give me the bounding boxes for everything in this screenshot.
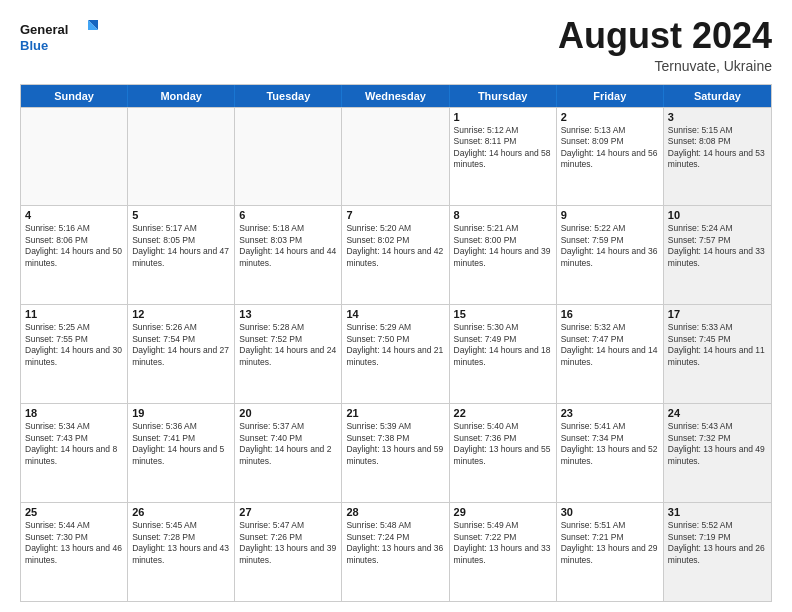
calendar-header: Sunday Monday Tuesday Wednesday Thursday… [21, 85, 771, 107]
cal-cell-4-3: 28 Sunrise: 5:48 AM Sunset: 7:24 PM Dayl… [342, 503, 449, 601]
day-number: 17 [668, 308, 767, 320]
cal-row-1: 4 Sunrise: 5:16 AM Sunset: 8:06 PM Dayli… [21, 205, 771, 304]
cell-info: Sunrise: 5:29 AM Sunset: 7:50 PM Dayligh… [346, 322, 444, 368]
cal-row-0: 1 Sunrise: 5:12 AM Sunset: 8:11 PM Dayli… [21, 107, 771, 206]
cal-cell-2-2: 13 Sunrise: 5:28 AM Sunset: 7:52 PM Dayl… [235, 305, 342, 403]
title-block: August 2024 Ternuvate, Ukraine [558, 16, 772, 74]
cell-info: Sunrise: 5:20 AM Sunset: 8:02 PM Dayligh… [346, 223, 444, 269]
cal-cell-1-2: 6 Sunrise: 5:18 AM Sunset: 8:03 PM Dayli… [235, 206, 342, 304]
day-number: 26 [132, 506, 230, 518]
day-number: 18 [25, 407, 123, 419]
header: General Blue August 2024 Ternuvate, Ukra… [20, 16, 772, 74]
day-number: 28 [346, 506, 444, 518]
cell-info: Sunrise: 5:51 AM Sunset: 7:21 PM Dayligh… [561, 520, 659, 566]
cal-cell-0-5: 2 Sunrise: 5:13 AM Sunset: 8:09 PM Dayli… [557, 108, 664, 206]
cell-info: Sunrise: 5:34 AM Sunset: 7:43 PM Dayligh… [25, 421, 123, 467]
cal-cell-3-6: 24 Sunrise: 5:43 AM Sunset: 7:32 PM Dayl… [664, 404, 771, 502]
cal-cell-1-6: 10 Sunrise: 5:24 AM Sunset: 7:57 PM Dayl… [664, 206, 771, 304]
day-number: 8 [454, 209, 552, 221]
header-wednesday: Wednesday [342, 85, 449, 107]
cal-cell-3-3: 21 Sunrise: 5:39 AM Sunset: 7:38 PM Dayl… [342, 404, 449, 502]
day-number: 15 [454, 308, 552, 320]
cal-cell-2-0: 11 Sunrise: 5:25 AM Sunset: 7:55 PM Dayl… [21, 305, 128, 403]
day-number: 22 [454, 407, 552, 419]
day-number: 3 [668, 111, 767, 123]
cal-cell-3-1: 19 Sunrise: 5:36 AM Sunset: 7:41 PM Dayl… [128, 404, 235, 502]
cell-info: Sunrise: 5:26 AM Sunset: 7:54 PM Dayligh… [132, 322, 230, 368]
cal-cell-0-6: 3 Sunrise: 5:15 AM Sunset: 8:08 PM Dayli… [664, 108, 771, 206]
day-number: 20 [239, 407, 337, 419]
header-sunday: Sunday [21, 85, 128, 107]
cell-info: Sunrise: 5:13 AM Sunset: 8:09 PM Dayligh… [561, 125, 659, 171]
cal-cell-0-0 [21, 108, 128, 206]
cell-info: Sunrise: 5:25 AM Sunset: 7:55 PM Dayligh… [25, 322, 123, 368]
cal-cell-2-3: 14 Sunrise: 5:29 AM Sunset: 7:50 PM Dayl… [342, 305, 449, 403]
cell-info: Sunrise: 5:45 AM Sunset: 7:28 PM Dayligh… [132, 520, 230, 566]
main-title: August 2024 [558, 16, 772, 56]
cal-cell-4-2: 27 Sunrise: 5:47 AM Sunset: 7:26 PM Dayl… [235, 503, 342, 601]
cal-cell-4-4: 29 Sunrise: 5:49 AM Sunset: 7:22 PM Dayl… [450, 503, 557, 601]
cal-row-2: 11 Sunrise: 5:25 AM Sunset: 7:55 PM Dayl… [21, 304, 771, 403]
day-number: 6 [239, 209, 337, 221]
cal-cell-4-6: 31 Sunrise: 5:52 AM Sunset: 7:19 PM Dayl… [664, 503, 771, 601]
day-number: 1 [454, 111, 552, 123]
day-number: 16 [561, 308, 659, 320]
cal-cell-0-4: 1 Sunrise: 5:12 AM Sunset: 8:11 PM Dayli… [450, 108, 557, 206]
cell-info: Sunrise: 5:17 AM Sunset: 8:05 PM Dayligh… [132, 223, 230, 269]
cell-info: Sunrise: 5:18 AM Sunset: 8:03 PM Dayligh… [239, 223, 337, 269]
header-saturday: Saturday [664, 85, 771, 107]
cell-info: Sunrise: 5:41 AM Sunset: 7:34 PM Dayligh… [561, 421, 659, 467]
calendar: Sunday Monday Tuesday Wednesday Thursday… [20, 84, 772, 602]
cell-info: Sunrise: 5:44 AM Sunset: 7:30 PM Dayligh… [25, 520, 123, 566]
cell-info: Sunrise: 5:12 AM Sunset: 8:11 PM Dayligh… [454, 125, 552, 171]
day-number: 9 [561, 209, 659, 221]
cell-info: Sunrise: 5:33 AM Sunset: 7:45 PM Dayligh… [668, 322, 767, 368]
cal-cell-2-4: 15 Sunrise: 5:30 AM Sunset: 7:49 PM Dayl… [450, 305, 557, 403]
cell-info: Sunrise: 5:24 AM Sunset: 7:57 PM Dayligh… [668, 223, 767, 269]
day-number: 30 [561, 506, 659, 518]
day-number: 4 [25, 209, 123, 221]
cal-cell-3-0: 18 Sunrise: 5:34 AM Sunset: 7:43 PM Dayl… [21, 404, 128, 502]
day-number: 2 [561, 111, 659, 123]
cell-info: Sunrise: 5:28 AM Sunset: 7:52 PM Dayligh… [239, 322, 337, 368]
logo: General Blue [20, 16, 100, 56]
cell-info: Sunrise: 5:52 AM Sunset: 7:19 PM Dayligh… [668, 520, 767, 566]
cal-cell-2-6: 17 Sunrise: 5:33 AM Sunset: 7:45 PM Dayl… [664, 305, 771, 403]
cal-cell-1-4: 8 Sunrise: 5:21 AM Sunset: 8:00 PM Dayli… [450, 206, 557, 304]
cell-info: Sunrise: 5:36 AM Sunset: 7:41 PM Dayligh… [132, 421, 230, 467]
cal-cell-0-3 [342, 108, 449, 206]
cell-info: Sunrise: 5:49 AM Sunset: 7:22 PM Dayligh… [454, 520, 552, 566]
cell-info: Sunrise: 5:32 AM Sunset: 7:47 PM Dayligh… [561, 322, 659, 368]
svg-text:Blue: Blue [20, 38, 48, 53]
day-number: 7 [346, 209, 444, 221]
cell-info: Sunrise: 5:39 AM Sunset: 7:38 PM Dayligh… [346, 421, 444, 467]
cell-info: Sunrise: 5:22 AM Sunset: 7:59 PM Dayligh… [561, 223, 659, 269]
cal-cell-0-1 [128, 108, 235, 206]
cal-cell-4-5: 30 Sunrise: 5:51 AM Sunset: 7:21 PM Dayl… [557, 503, 664, 601]
cell-info: Sunrise: 5:40 AM Sunset: 7:36 PM Dayligh… [454, 421, 552, 467]
day-number: 14 [346, 308, 444, 320]
header-friday: Friday [557, 85, 664, 107]
cal-cell-4-0: 25 Sunrise: 5:44 AM Sunset: 7:30 PM Dayl… [21, 503, 128, 601]
day-number: 5 [132, 209, 230, 221]
svg-text:General: General [20, 22, 68, 37]
cell-info: Sunrise: 5:21 AM Sunset: 8:00 PM Dayligh… [454, 223, 552, 269]
cell-info: Sunrise: 5:15 AM Sunset: 8:08 PM Dayligh… [668, 125, 767, 171]
day-number: 24 [668, 407, 767, 419]
header-monday: Monday [128, 85, 235, 107]
cal-row-4: 25 Sunrise: 5:44 AM Sunset: 7:30 PM Dayl… [21, 502, 771, 601]
cal-cell-0-2 [235, 108, 342, 206]
day-number: 21 [346, 407, 444, 419]
page: General Blue August 2024 Ternuvate, Ukra… [0, 0, 792, 612]
day-number: 10 [668, 209, 767, 221]
day-number: 12 [132, 308, 230, 320]
day-number: 25 [25, 506, 123, 518]
cal-cell-1-0: 4 Sunrise: 5:16 AM Sunset: 8:06 PM Dayli… [21, 206, 128, 304]
cal-row-3: 18 Sunrise: 5:34 AM Sunset: 7:43 PM Dayl… [21, 403, 771, 502]
cell-info: Sunrise: 5:43 AM Sunset: 7:32 PM Dayligh… [668, 421, 767, 467]
cell-info: Sunrise: 5:16 AM Sunset: 8:06 PM Dayligh… [25, 223, 123, 269]
day-number: 27 [239, 506, 337, 518]
day-number: 23 [561, 407, 659, 419]
cell-info: Sunrise: 5:30 AM Sunset: 7:49 PM Dayligh… [454, 322, 552, 368]
logo-svg: General Blue [20, 16, 100, 56]
